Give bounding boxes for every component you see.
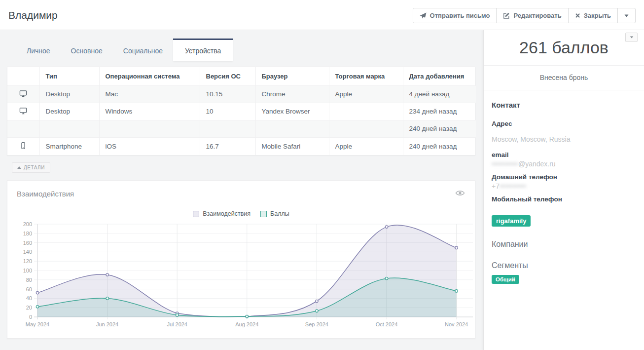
chevron-down-icon bbox=[630, 36, 634, 39]
monitor-icon bbox=[19, 91, 27, 99]
more-actions-button[interactable] bbox=[617, 8, 636, 23]
segments-section-header: Сегменты bbox=[492, 261, 636, 270]
devices-table: Тип Операционная система Версия ОС Брауз… bbox=[7, 67, 476, 155]
col-date-added: Дата добавления bbox=[403, 67, 476, 85]
col-device-icon bbox=[7, 67, 39, 85]
score-value: 261 баллов bbox=[484, 38, 644, 57]
svg-text:Aug 2024: Aug 2024 bbox=[235, 321, 258, 327]
legend-swatch bbox=[260, 211, 267, 217]
email-label: email bbox=[492, 151, 636, 158]
table-row[interactable]: Desktop Mac 10.15 Chrome Apple 4 дней на… bbox=[7, 85, 476, 103]
close-button[interactable]: Закрыть bbox=[568, 8, 618, 23]
svg-text:Nov 2024: Nov 2024 bbox=[445, 321, 468, 327]
svg-text:Jun 2024: Jun 2024 bbox=[96, 321, 118, 327]
col-type: Тип bbox=[39, 67, 99, 85]
interactions-chart: 020406080100120140160180200May 2024Jun 2… bbox=[11, 220, 473, 333]
tabbar: Личное Основное Социальное Устройства bbox=[16, 39, 233, 61]
family-tag[interactable]: rigafamily bbox=[492, 215, 531, 227]
legend-item-interactions[interactable]: Взаимодействия bbox=[193, 210, 250, 217]
tab-social[interactable]: Социальное bbox=[113, 39, 173, 61]
svg-text:40: 40 bbox=[26, 295, 32, 301]
monitor-icon bbox=[19, 109, 27, 116]
mobile-phone-label: Мобильный телефон bbox=[492, 195, 636, 203]
close-icon bbox=[575, 13, 580, 18]
svg-text:80: 80 bbox=[26, 277, 32, 283]
smartphone-icon bbox=[20, 144, 27, 151]
svg-text:160: 160 bbox=[23, 240, 32, 246]
svg-text:Sep 2024: Sep 2024 bbox=[305, 321, 328, 327]
chart-legend: Взаимодействия Баллы bbox=[7, 210, 475, 217]
svg-text:180: 180 bbox=[23, 231, 32, 236]
table-row[interactable]: Desktop Windows 10 Yandex Browser 234 дн… bbox=[7, 103, 476, 120]
eye-icon bbox=[455, 189, 465, 197]
contact-sidebar: 261 баллов Внесена бронь Контакт Адрес M… bbox=[483, 30, 644, 350]
segment-tag[interactable]: Общий bbox=[492, 275, 519, 284]
header: Владимир Отправить письмо Редактировать … bbox=[0, 0, 644, 30]
legend-item-points[interactable]: Баллы bbox=[260, 210, 289, 217]
page-title: Владимир bbox=[8, 9, 58, 21]
email-value: •••••••••••@yandex.ru bbox=[492, 160, 636, 168]
table-row[interactable]: 240 дней назад bbox=[7, 120, 476, 137]
col-os-version: Версия ОС bbox=[200, 67, 255, 85]
contact-section-header: Контакт bbox=[492, 101, 636, 109]
svg-text:20: 20 bbox=[26, 305, 32, 311]
tab-devices[interactable]: Устройства bbox=[173, 39, 233, 61]
edit-icon bbox=[503, 12, 510, 19]
svg-text:0: 0 bbox=[29, 314, 32, 320]
svg-text:Oct 2024: Oct 2024 bbox=[376, 321, 398, 327]
svg-text:100: 100 bbox=[23, 268, 32, 273]
details-toggle-button[interactable]: ДЕТАЛИ bbox=[12, 162, 50, 173]
masked-text: ••••••••••• bbox=[492, 160, 518, 168]
devices-table-card: Тип Операционная система Версия ОС Брауз… bbox=[7, 67, 475, 156]
crm-contact-page: Владимир Отправить письмо Редактировать … bbox=[0, 0, 644, 350]
triangle-up-icon bbox=[17, 166, 21, 169]
svg-text:60: 60 bbox=[26, 286, 32, 292]
address-label: Адрес bbox=[492, 120, 636, 127]
home-phone-label: Домашний телефон bbox=[492, 173, 636, 181]
tab-main[interactable]: Основное bbox=[61, 39, 113, 61]
edit-button[interactable]: Редактировать bbox=[496, 8, 568, 23]
svg-text:120: 120 bbox=[23, 258, 32, 264]
col-os: Операционная система bbox=[99, 67, 200, 85]
col-brand: Торговая марка bbox=[329, 67, 403, 85]
table-row[interactable]: Smartphone iOS 16.7 Mobile Safari Apple … bbox=[7, 137, 476, 155]
svg-text:140: 140 bbox=[23, 249, 32, 255]
svg-text:200: 200 bbox=[23, 221, 32, 227]
tab-personal[interactable]: Личное bbox=[16, 39, 61, 61]
interactions-panel: Взаимодействия Взаимодействия Баллы 0204… bbox=[7, 180, 475, 339]
paper-plane-icon bbox=[420, 12, 427, 19]
masked-text: ••••••••••• bbox=[500, 182, 526, 190]
address-value: Moscow, Moscow, Russia bbox=[492, 135, 636, 143]
chevron-down-icon bbox=[624, 14, 629, 17]
sidebar-collapse-button[interactable] bbox=[625, 33, 638, 42]
home-phone-value: +7••••••••••• bbox=[492, 182, 636, 190]
svg-text:May 2024: May 2024 bbox=[26, 321, 49, 327]
header-actions: Отправить письмо Редактировать Закрыть bbox=[413, 8, 636, 23]
svg-text:Jul 2024: Jul 2024 bbox=[167, 321, 187, 327]
status-text: Внесена бронь bbox=[484, 66, 644, 90]
companies-section-header: Компании bbox=[492, 240, 636, 249]
panel-title: Взаимодействия bbox=[17, 190, 74, 198]
send-email-button[interactable]: Отправить письмо bbox=[413, 8, 497, 23]
col-browser: Браузер bbox=[255, 67, 329, 85]
legend-swatch bbox=[193, 211, 199, 217]
table-header-row: Тип Операционная система Версия ОС Брауз… bbox=[7, 67, 476, 85]
visibility-button[interactable] bbox=[455, 189, 465, 198]
